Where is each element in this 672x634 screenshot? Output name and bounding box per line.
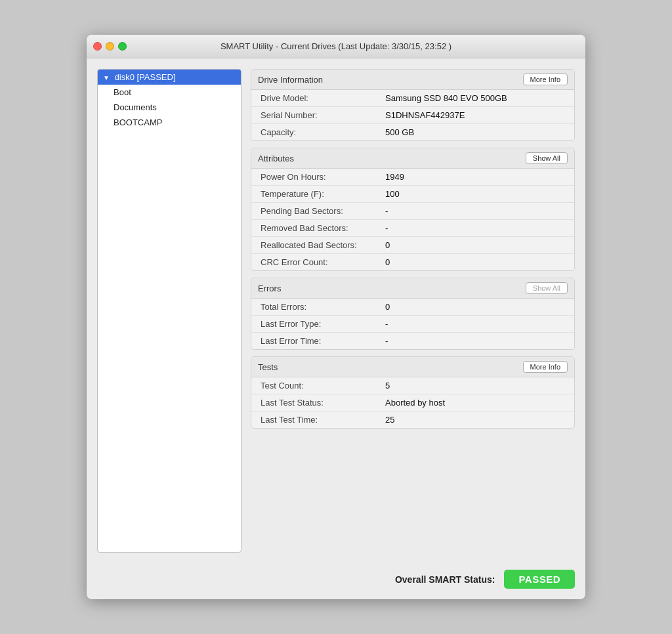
footer: Overall SMART Status: PASSED: [87, 563, 585, 599]
tests-header: Tests More Info: [251, 357, 574, 377]
attributes-show-all-button[interactable]: Show All: [526, 152, 568, 164]
reallocated-bad-sectors-value: 0: [385, 240, 390, 250]
last-test-time-value: 25: [385, 415, 394, 425]
total-errors-label: Total Errors:: [261, 302, 385, 312]
drive-info-section: Drive Information More Info Drive Model:…: [251, 69, 575, 141]
total-errors-row: Total Errors: 0: [251, 299, 574, 316]
window-title: SMART Utility - Current Drives (Last Upd…: [220, 41, 452, 51]
main-window: SMART Utility - Current Drives (Last Upd…: [87, 35, 585, 599]
temperature-row: Temperature (F): 100: [251, 186, 574, 203]
tests-section: Tests More Info Test Count: 5 Last Test …: [251, 356, 575, 429]
last-error-type-row: Last Error Type: -: [251, 316, 574, 333]
reallocated-bad-sectors-label: Reallocated Bad Sectors:: [261, 240, 385, 250]
removed-bad-sectors-value: -: [385, 223, 388, 233]
test-count-label: Test Count:: [261, 381, 385, 391]
removed-bad-sectors-label: Removed Bad Sectors:: [261, 223, 385, 233]
removed-bad-sectors-row: Removed Bad Sectors: -: [251, 220, 574, 237]
power-on-hours-label: Power On Hours:: [261, 172, 385, 182]
total-errors-value: 0: [385, 302, 390, 312]
serial-number-label: Serial Number:: [261, 110, 385, 120]
capacity-row: Capacity: 500 GB: [251, 124, 574, 140]
crc-error-count-row: CRC Error Count: 0: [251, 254, 574, 270]
attributes-title: Attributes: [258, 154, 294, 163]
crc-error-count-value: 0: [385, 257, 390, 267]
reallocated-bad-sectors-row: Reallocated Bad Sectors: 0: [251, 237, 574, 254]
drive-info-title: Drive Information: [258, 75, 323, 85]
errors-header: Errors Show All: [251, 278, 574, 299]
right-panel: Drive Information More Info Drive Model:…: [251, 69, 575, 553]
last-test-status-row: Last Test Status: Aborted by host: [251, 394, 574, 412]
sidebar: ▼ disk0 [PASSED] Boot Documents BOOTCAMP: [97, 69, 242, 553]
sidebar-item-disk0[interactable]: ▼ disk0 [PASSED]: [98, 70, 241, 85]
last-test-time-row: Last Test Time: 25: [251, 412, 574, 428]
attributes-header: Attributes Show All: [251, 148, 574, 169]
test-count-value: 5: [385, 381, 390, 391]
tree-arrow-icon: ▼: [103, 74, 110, 81]
tests-title: Tests: [258, 362, 278, 372]
tests-more-info-button[interactable]: More Info: [523, 361, 568, 373]
minimize-button[interactable]: [106, 42, 114, 51]
sidebar-item-boot[interactable]: Boot: [98, 85, 241, 100]
last-error-time-row: Last Error Time: -: [251, 333, 574, 349]
power-on-hours-row: Power On Hours: 1949: [251, 169, 574, 186]
pending-bad-sectors-value: -: [385, 206, 388, 216]
pending-bad-sectors-label: Pending Bad Sectors:: [261, 206, 385, 216]
last-error-type-value: -: [385, 319, 388, 329]
overall-smart-status-label: Overall SMART Status:: [395, 574, 495, 585]
drive-model-row: Drive Model: Samsung SSD 840 EVO 500GB: [251, 90, 574, 107]
sidebar-item-documents[interactable]: Documents: [98, 100, 241, 115]
sidebar-item-disk0-label: disk0 [PASSED]: [115, 72, 176, 82]
last-error-time-value: -: [385, 336, 388, 346]
drive-info-header: Drive Information More Info: [251, 70, 574, 90]
temperature-label: Temperature (F):: [261, 189, 385, 199]
sidebar-item-documents-label: Documents: [114, 102, 157, 112]
last-test-status-value: Aborted by host: [385, 398, 445, 408]
drive-model-value: Samsung SSD 840 EVO 500GB: [385, 93, 507, 103]
serial-number-row: Serial Number: S1DHNSAF442937E: [251, 107, 574, 124]
passed-badge: PASSED: [504, 570, 575, 589]
errors-show-all-button[interactable]: Show All: [526, 282, 568, 294]
close-button[interactable]: [93, 42, 102, 51]
errors-section: Errors Show All Total Errors: 0 Last Err…: [251, 278, 575, 350]
power-on-hours-value: 1949: [385, 172, 404, 182]
maximize-button[interactable]: [118, 42, 127, 51]
sidebar-item-bootcamp-label: BOOTCAMP: [114, 117, 162, 127]
last-test-status-label: Last Test Status:: [261, 398, 385, 408]
capacity-label: Capacity:: [261, 127, 385, 137]
test-count-row: Test Count: 5: [251, 377, 574, 394]
serial-number-value: S1DHNSAF442937E: [385, 110, 465, 120]
capacity-value: 500 GB: [385, 127, 414, 137]
main-content: ▼ disk0 [PASSED] Boot Documents BOOTCAMP…: [87, 58, 585, 563]
drive-info-more-info-button[interactable]: More Info: [523, 74, 568, 85]
sidebar-item-bootcamp[interactable]: BOOTCAMP: [98, 115, 241, 130]
last-test-time-label: Last Test Time:: [261, 415, 385, 425]
sidebar-item-boot-label: Boot: [114, 87, 131, 97]
drive-model-label: Drive Model:: [261, 93, 385, 103]
traffic-lights: [93, 42, 127, 51]
last-error-time-label: Last Error Time:: [261, 336, 385, 346]
errors-title: Errors: [258, 284, 281, 293]
pending-bad-sectors-row: Pending Bad Sectors: -: [251, 203, 574, 220]
last-error-type-label: Last Error Type:: [261, 319, 385, 329]
titlebar: SMART Utility - Current Drives (Last Upd…: [87, 35, 585, 58]
crc-error-count-label: CRC Error Count:: [261, 257, 385, 267]
temperature-value: 100: [385, 189, 400, 199]
attributes-section: Attributes Show All Power On Hours: 1949…: [251, 148, 575, 271]
